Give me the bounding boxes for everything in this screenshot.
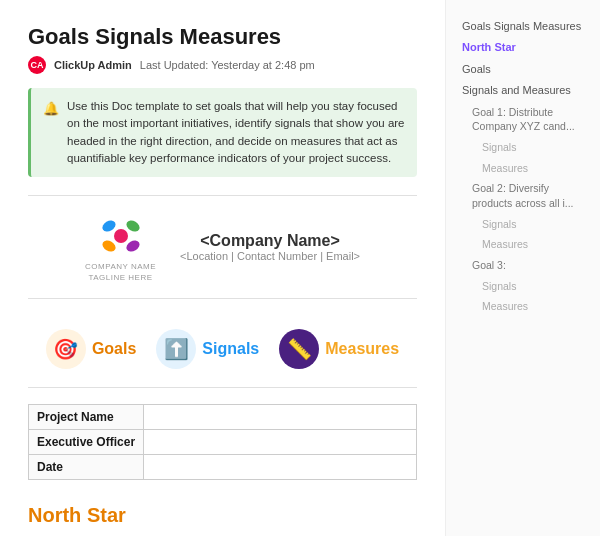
banner-text: Use this Doc template to set goals that …: [67, 98, 405, 167]
sidebar-item-goal2-signals[interactable]: Signals: [458, 214, 588, 235]
sidebar-item-goal2[interactable]: Goal 2: Diversify products across all i.…: [458, 178, 588, 213]
sidebar-item-goal3-measures[interactable]: Measures: [458, 296, 588, 317]
sidebar: Goals Signals Measures North Star Goals …: [445, 0, 600, 536]
goals-label: Goals: [92, 340, 136, 358]
north-star-heading: North Star: [28, 504, 417, 527]
table-label-project: Project Name: [29, 405, 144, 430]
company-name: <Company Name>: [180, 232, 360, 250]
sidebar-item-goals[interactable]: Goals: [458, 59, 588, 80]
table-row-officer: Executive Officer: [29, 430, 417, 455]
svg-point-5: [114, 229, 128, 243]
measures-circle-icon: 📏: [279, 329, 319, 369]
sidebar-item-goal3-signals[interactable]: Signals: [458, 276, 588, 297]
sidebar-item-signals-measures[interactable]: Signals and Measures: [458, 80, 588, 101]
company-logo: COMPANY NAME TAGLINE HERE: [85, 212, 156, 282]
info-icon: 🔔: [43, 99, 59, 119]
company-logo-label1: COMPANY NAME: [85, 262, 156, 271]
info-table: Project Name Executive Officer Date: [28, 404, 417, 480]
info-banner: 🔔 Use this Doc template to set goals tha…: [28, 88, 417, 177]
meta-row: CA ClickUp Admin Last Updated: Yesterday…: [28, 56, 417, 74]
signals-label: Signals: [202, 340, 259, 358]
signals-icon-item: ⬆️ Signals: [156, 329, 259, 369]
measures-icon-item: 📏 Measures: [279, 329, 399, 369]
svg-point-2: [124, 218, 141, 234]
last-updated: Last Updated: Yesterday at 2:48 pm: [140, 59, 315, 71]
sidebar-item-goal1[interactable]: Goal 1: Distribute Company XYZ cand...: [458, 102, 588, 137]
table-label-officer: Executive Officer: [29, 430, 144, 455]
table-row-date: Date: [29, 455, 417, 480]
table-value-date[interactable]: [144, 455, 417, 480]
company-info: <Company Name> <Location | Contact Numbe…: [180, 232, 360, 262]
svg-point-1: [100, 218, 117, 234]
icons-row: 🎯 Goals ⬆️ Signals 📏 Measures: [28, 317, 417, 388]
sidebar-item-north-star[interactable]: North Star: [458, 37, 588, 58]
table-value-project[interactable]: [144, 405, 417, 430]
goals-circle-icon: 🎯: [46, 329, 86, 369]
sidebar-item-goals-signals-measures[interactable]: Goals Signals Measures: [458, 16, 588, 37]
company-section: COMPANY NAME TAGLINE HERE <Company Name>…: [28, 195, 417, 299]
sidebar-item-goal3[interactable]: Goal 3:: [458, 255, 588, 276]
svg-point-4: [124, 238, 141, 254]
main-content: Goals Signals Measures CA ClickUp Admin …: [0, 0, 445, 536]
company-logo-label2: TAGLINE HERE: [88, 273, 152, 282]
page-title: Goals Signals Measures: [28, 24, 417, 50]
table-value-officer[interactable]: [144, 430, 417, 455]
signals-circle-icon: ⬆️: [156, 329, 196, 369]
company-details: <Location | Contact Number | Email>: [180, 250, 360, 262]
measures-label: Measures: [325, 340, 399, 358]
logo-graphic: [93, 212, 149, 260]
avatar: CA: [28, 56, 46, 74]
svg-point-3: [100, 238, 117, 254]
table-label-date: Date: [29, 455, 144, 480]
goals-icon-item: 🎯 Goals: [46, 329, 136, 369]
sidebar-item-goal1-signals[interactable]: Signals: [458, 137, 588, 158]
table-row-project: Project Name: [29, 405, 417, 430]
sidebar-item-goal2-measures[interactable]: Measures: [458, 234, 588, 255]
sidebar-item-goal1-measures[interactable]: Measures: [458, 158, 588, 179]
author-name: ClickUp Admin: [54, 59, 132, 71]
